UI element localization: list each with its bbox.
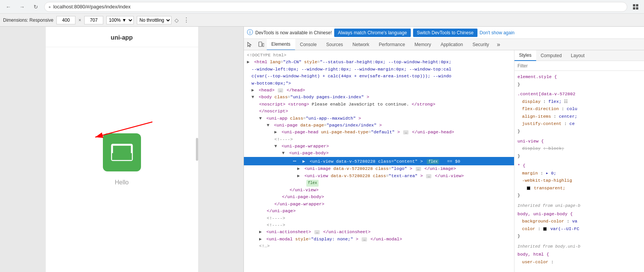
- browser-menu-button[interactable]: [630, 2, 641, 12]
- collapse-arrow[interactable]: ▶: [247, 59, 252, 66]
- collapsed-badge: …: [362, 237, 367, 242]
- preview-hello-text: Hello: [115, 179, 128, 186]
- styles-sub-tabs: Styles Computed Layout: [514, 50, 644, 61]
- content-rule: .content[data-v-572802 display : flex; ☷…: [517, 90, 641, 135]
- styles-panel: Styles Computed Layout e: [514, 50, 644, 272]
- style-display-val: flex;: [548, 99, 562, 104]
- collapsed-badge: …: [403, 130, 409, 134]
- preview-scrollbar[interactable]: [196, 138, 198, 161]
- forward-button[interactable]: →: [17, 2, 27, 12]
- expand-arrow[interactable]: ▼: [267, 122, 271, 129]
- collapse-arrow[interactable]: ▶: [259, 229, 264, 235]
- dom-doctype: <!DOCTYPE html>: [244, 52, 514, 59]
- svg-rect-2: [633, 7, 635, 10]
- dom-uni-image[interactable]: ▶ <uni-image data-v-57280228 class="logo…: [244, 165, 514, 172]
- flex-badge: flex: [427, 159, 439, 164]
- dom-html-attr2: --window-left:0px; --window-right:0px; -…: [244, 66, 514, 73]
- dom-html-open[interactable]: ▶ <html lang="zh-CN" style="--status-bar…: [244, 59, 514, 66]
- lock-icon: ●: [48, 5, 51, 9]
- dom-panel[interactable]: <!DOCTYPE html> ▶ <html lang="zh-CN" sty…: [244, 50, 514, 272]
- collapse-arrow[interactable]: ▶: [259, 236, 264, 243]
- collapse-arrow[interactable]: ▶: [252, 87, 256, 94]
- expand-arrow[interactable]: ▼: [252, 94, 256, 101]
- styles-filter-input[interactable]: [517, 63, 641, 69]
- width-input[interactable]: [56, 16, 75, 24]
- tab-sources[interactable]: Sources: [322, 39, 348, 50]
- dom-uni-app[interactable]: ▼ <uni-app class="uni-app--maxwidth" >: [244, 115, 514, 122]
- info-icon: ⓘ: [247, 29, 253, 37]
- dom-uni-actionsheet[interactable]: ▶ <uni-actionsheet> … </uni-actionsheet>: [244, 229, 514, 235]
- dont-show-button[interactable]: Don't show again: [480, 30, 515, 35]
- dom-uni-page[interactable]: ▼ <uni-page data-page="pages/index/index…: [244, 122, 514, 129]
- collapsed-badge: …: [416, 167, 421, 171]
- red-arrow: [91, 114, 152, 145]
- back-button[interactable]: ←: [3, 2, 14, 12]
- dom-uni-page-body[interactable]: ▼ <uni-page-body>: [244, 150, 514, 157]
- inspect-icon-button[interactable]: [244, 39, 255, 50]
- styles-content: element.style { } .content[data-v-572802…: [514, 71, 644, 272]
- body-html-rule: body, html { user-color :: [517, 251, 641, 266]
- dom-flex-badge-line: flex: [244, 179, 514, 187]
- dom-uni-page-head[interactable]: ▶ <uni-page-head uni-page-head-type="def…: [244, 129, 514, 136]
- tab-performance[interactable]: Performance: [374, 39, 410, 50]
- collapse-arrow[interactable]: ▶: [297, 173, 302, 179]
- style-display-prop: display: [522, 99, 540, 104]
- collapse-arrow[interactable]: ▶: [297, 165, 302, 172]
- styles-filter[interactable]: [514, 61, 644, 71]
- dom-uni-view-close: </uni-view>: [244, 187, 514, 194]
- dom-uni-page-wrapper[interactable]: ▼ <uni-page-wrapper>: [244, 143, 514, 150]
- expand-arrow[interactable]: ▼: [282, 150, 287, 157]
- switch-language-button[interactable]: Switch DevTools to Chinese: [413, 29, 477, 37]
- styles-tab-layout[interactable]: Layout: [566, 50, 589, 61]
- tab-elements[interactable]: Elements: [267, 39, 295, 50]
- devtools-bar: Dimensions: Responsive × 100% ▼ No throt…: [0, 14, 644, 27]
- tab-network[interactable]: Network: [348, 39, 374, 50]
- dom-three-dots[interactable]: ⋯: [292, 157, 300, 165]
- inherited-label-1: Inherited from uni-page-b: [517, 202, 641, 210]
- info-message: DevTools is now available in Chinese!: [255, 30, 332, 35]
- collapse-arrow[interactable]: ▶: [274, 129, 279, 136]
- tab-console[interactable]: Console: [295, 39, 322, 50]
- expand-arrow[interactable]: ▼: [274, 143, 279, 150]
- dom-head[interactable]: ▶ <head> … </head>: [244, 87, 514, 94]
- devtools-menu-button[interactable]: ⋮: [182, 16, 191, 25]
- collapse-arrow[interactable]: ▶: [303, 158, 307, 165]
- dom-comment2: <!---->: [244, 215, 514, 222]
- svg-rect-0: [633, 4, 635, 6]
- dom-html-attr4: w-bottom:0px;">: [244, 80, 514, 87]
- dom-uni-text-area[interactable]: ▶ <uni-view data-v-57280228 class="text-…: [244, 173, 514, 179]
- device-toggle-button[interactable]: [255, 39, 267, 50]
- dom-uni-view-selected[interactable]: ⋯ ▶ <uni-view data-v-57280228 class="con…: [244, 157, 514, 165]
- styles-tab-computed[interactable]: Computed: [536, 50, 566, 61]
- match-language-button[interactable]: Always match Chrome's language: [334, 29, 411, 37]
- throttle-select[interactable]: No throttling: [137, 16, 171, 24]
- styles-tab-styles[interactable]: Styles: [514, 50, 536, 61]
- dom-uni-modal[interactable]: ▶ <uni-modal style="display: none;" > … …: [244, 236, 514, 243]
- main-layout: uni-app Hello: [0, 27, 644, 272]
- body-selector: body, uni-page-body {: [517, 211, 573, 216]
- tab-memory[interactable]: Memory: [410, 39, 436, 50]
- tab-security[interactable]: Security: [468, 39, 494, 50]
- dimension-separator: ×: [78, 18, 81, 23]
- dom-noscript-close: </noscript>: [244, 108, 514, 115]
- refresh-button[interactable]: ↻: [30, 2, 41, 12]
- dom-comment1: <!---->: [244, 136, 514, 143]
- dimensions-label: Dimensions: Responsive: [3, 18, 53, 23]
- dom-comment3: <!---->: [244, 222, 514, 229]
- dom-body[interactable]: ▼ <body class="uni-body pages-index-inde…: [244, 94, 514, 101]
- collapsed-badge: …: [278, 88, 283, 93]
- zoom-select[interactable]: 100% ▼: [106, 16, 134, 24]
- sensor-icon[interactable]: ◇: [175, 17, 179, 23]
- preview-panel: uni-app Hello: [0, 27, 244, 272]
- flex-icon: ☷: [564, 99, 568, 104]
- more-tabs-button[interactable]: »: [494, 39, 503, 50]
- height-input[interactable]: [84, 16, 103, 24]
- dom-noscript[interactable]: <noscript> <strong> Please enable JavaSc…: [244, 101, 514, 108]
- grid-icon: [632, 3, 639, 10]
- collapsed-badge: …: [314, 230, 320, 234]
- tab-application[interactable]: Application: [436, 39, 468, 50]
- address-bar[interactable]: ● localhost:8080/#/pages/index/index: [44, 2, 627, 12]
- expand-arrow[interactable]: ▼: [259, 115, 264, 122]
- svg-rect-9: [263, 43, 264, 46]
- flex-badge: flex: [306, 180, 319, 187]
